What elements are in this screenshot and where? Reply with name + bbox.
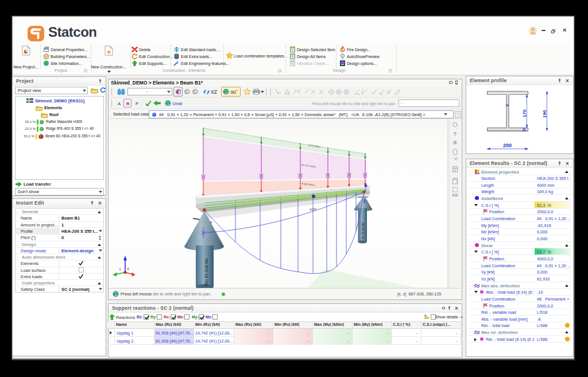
svg-text:10: 10 [522, 127, 526, 132]
svg-text:4000: 4000 [310, 207, 317, 211]
svg-text:Rz: 61,916 kN: Rz: 61,916 kN [362, 222, 365, 239]
svg-text:170: 170 [522, 109, 527, 117]
svg-text:X: X [127, 267, 129, 271]
svg-text:200: 200 [503, 143, 512, 148]
svg-text:Rz: 61,916 kN: Rz: 61,916 kN [204, 258, 209, 286]
svg-text:6: 6 [505, 104, 509, 106]
svg-text:190: 190 [542, 110, 547, 118]
svg-text:Y: Y [119, 268, 121, 271]
